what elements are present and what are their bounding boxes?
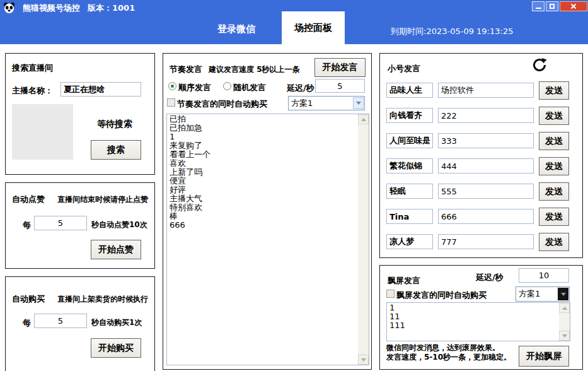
start-speech-button[interactable]: 开始发言: [314, 58, 366, 77]
chevron-down-icon: [353, 97, 364, 109]
search-room-title: 搜索直播间: [12, 62, 53, 74]
host-name-input[interactable]: [61, 82, 141, 97]
auto-like-title: 自动点赞: [12, 194, 45, 205]
radio-sequential-label[interactable]: 顺序发言: [178, 82, 211, 93]
alt-name-input[interactable]: [386, 209, 433, 224]
tab-control-panel[interactable]: 场控面板: [282, 11, 345, 44]
alt-message-input[interactable]: [438, 133, 534, 148]
auto-like-group: 自动点赞 直播间结束时候请停止点赞 每 秒自动点赞10次 开始点赞: [5, 182, 155, 269]
rhythm-delay-label: 延迟/秒: [287, 83, 314, 94]
alt-name-input[interactable]: [386, 108, 433, 123]
rhythm-autobuy-label[interactable]: 节奏发言的同时自动购买: [177, 98, 267, 110]
auto-like-note: 直播间结束时候请停止点赞: [57, 194, 148, 205]
float-info-line2: 发言速度，5-10秒一条，更加稳定。: [386, 352, 511, 363]
auto-like-suffix: 秒自动点赞10次: [91, 220, 147, 230]
alt-name-input[interactable]: [386, 83, 433, 98]
scroll-up-icon[interactable]: [358, 114, 369, 124]
send-button[interactable]: 发送: [539, 81, 569, 100]
scroll-down-icon[interactable]: [559, 331, 570, 341]
alt-name-input[interactable]: [386, 133, 433, 148]
tab-login-wechat[interactable]: 登录微信: [195, 19, 277, 39]
send-button[interactable]: 发送: [539, 208, 569, 226]
rhythm-plan-select[interactable]: 方案1: [288, 96, 365, 110]
auto-buy-group: 自动购买 直播间上架卖货的时候执行 每 秒自动购买1次 开始购买: [5, 276, 155, 371]
float-screen-title: 飘屏发言: [388, 275, 420, 286]
send-button[interactable]: 发送: [539, 233, 569, 251]
radio-random-speech[interactable]: [223, 82, 231, 90]
close-button[interactable]: [560, 1, 587, 11]
float-messages-textarea[interactable]: 1 11 111: [386, 302, 570, 341]
window-title: 熊猫视频号场控: [23, 3, 80, 14]
float-screen-group: 飘屏发言 延迟/秒 飘屏发言的同时自动购买 方案1 1 11 111 微信同时发…: [379, 265, 583, 370]
float-messages-text: 1 11 111: [389, 303, 557, 330]
alt-message-input[interactable]: [438, 158, 534, 174]
host-name-label: 主播名称：: [12, 85, 53, 97]
auto-buy-note: 直播间上架卖货的时候执行: [57, 294, 148, 305]
alt-name-input[interactable]: [386, 158, 433, 174]
close-icon: [570, 3, 577, 9]
title-row: 熊猫视频号场控 版本：1001: [3, 2, 135, 14]
rhythm-autobuy-checkbox[interactable]: [167, 98, 175, 107]
float-scrollbar[interactable]: [559, 303, 570, 341]
start-buy-button[interactable]: 开始购买: [91, 338, 141, 358]
rhythm-title: 节奏发言: [170, 64, 202, 75]
rhythm-plan-value: 方案1: [291, 98, 313, 109]
search-status-text: 等待搜索: [97, 119, 132, 130]
search-room-group: 搜索直播间 主播名称： 等待搜索 搜索: [5, 53, 155, 175]
chevron-down-icon: [558, 288, 568, 300]
alt-name-input[interactable]: [386, 234, 433, 249]
alt-name-input[interactable]: [386, 184, 433, 199]
float-delay-input[interactable]: [519, 268, 569, 283]
auto-buy-title: 自动购买: [12, 293, 45, 305]
send-button[interactable]: 发送: [539, 182, 569, 201]
auto-like-interval-input[interactable]: [34, 216, 87, 230]
version-label: 版本：1001: [88, 3, 135, 14]
rhythm-hint: 建议发言速度 5秒以上一条: [209, 64, 300, 75]
title-bar: 熊猫视频号场控 版本：1001 登录微信 场控面板 到期时间:2023-05-0…: [0, 0, 588, 44]
minimize-icon: [536, 8, 541, 9]
alt-message-input[interactable]: [438, 234, 534, 249]
send-button[interactable]: 发送: [539, 132, 569, 150]
maximize-button[interactable]: [546, 1, 558, 11]
alt-account-title: 小号发言: [388, 63, 420, 74]
auto-like-every-label: 每: [23, 220, 31, 231]
send-button[interactable]: 发送: [539, 107, 569, 125]
cover-image-placeholder: [12, 104, 73, 160]
rhythm-delay-input[interactable]: [315, 79, 365, 93]
alt-message-input[interactable]: [438, 209, 534, 224]
float-plan-select[interactable]: 方案1: [516, 286, 570, 302]
alt-message-input[interactable]: [438, 83, 534, 98]
auto-buy-suffix: 秒自动购买1次: [91, 317, 142, 328]
start-like-button[interactable]: 开始点赞: [91, 240, 141, 259]
expiry-time: 到期时间:2023-05-09 19:13:25: [391, 26, 513, 37]
radio-sequential-speech[interactable]: [168, 82, 176, 90]
rhythm-messages-textarea[interactable]: 已拍 已拍加急 1 来复购了 看看上一个 喜欢 上新了吗 便宜 好评 主播大气 …: [166, 114, 369, 365]
float-plan-value: 方案1: [519, 288, 540, 300]
rhythm-scrollbar[interactable]: [358, 114, 369, 365]
minimize-button[interactable]: [532, 1, 545, 11]
refresh-icon[interactable]: [531, 57, 548, 76]
float-autobuy-label[interactable]: 飘屏发言的同时自动购买: [396, 290, 487, 301]
auto-buy-every-label: 每: [23, 317, 31, 329]
rhythm-messages-text: 已拍 已拍加急 1 来复购了 看看上一个 喜欢 上新了吗 便宜 好评 主播大气 …: [170, 115, 356, 230]
rhythm-speech-group: 节奏发言 建议发言速度 5秒以上一条 开始发言 顺序发言 随机发言 延迟/秒 节…: [163, 53, 372, 370]
scroll-up-icon[interactable]: [559, 303, 570, 313]
scroll-down-icon[interactable]: [358, 355, 369, 365]
alt-message-input[interactable]: [438, 108, 534, 123]
auto-buy-interval-input[interactable]: [34, 314, 87, 328]
radio-random-label[interactable]: 随机发言: [233, 82, 266, 93]
send-button[interactable]: 发送: [539, 157, 569, 175]
app-window: 熊猫视频号场控 版本：1001 登录微信 场控面板 到期时间:2023-05-0…: [0, 0, 588, 371]
maximize-icon: [550, 4, 555, 9]
panda-logo-icon: [3, 2, 15, 14]
alt-account-group: 小号发言 发送 发送 发送 发送 发送 发送 发送: [379, 53, 583, 258]
float-autobuy-checkbox[interactable]: [386, 290, 395, 298]
start-float-button[interactable]: 开始飘屏: [519, 346, 569, 367]
float-delay-label: 延迟/秒: [476, 272, 504, 283]
alt-message-input[interactable]: [438, 184, 534, 199]
search-button[interactable]: 搜索: [91, 140, 141, 160]
